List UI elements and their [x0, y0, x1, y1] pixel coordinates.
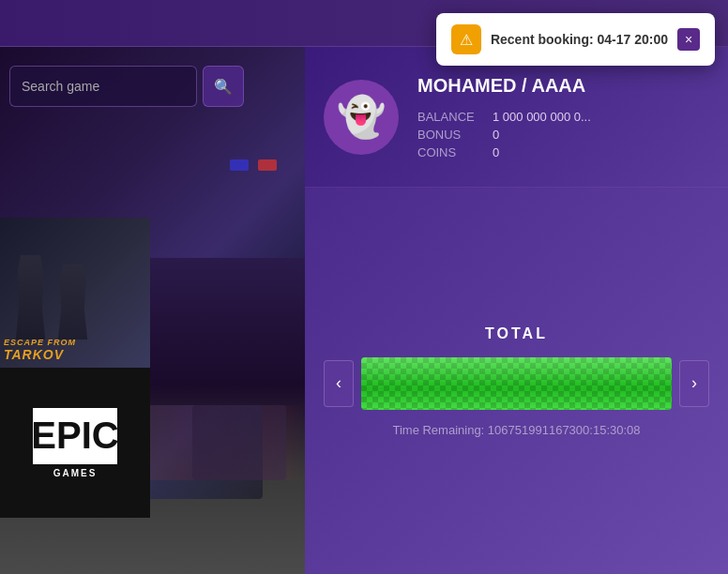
stat-row-bonus: BONUS 0 [417, 128, 709, 142]
chevron-right-icon: › [691, 373, 697, 393]
total-bar [361, 357, 672, 410]
left-panel: 🔍 ESCAPE FROM TARKOV EPIC [0, 47, 305, 574]
chevron-left-icon: ‹ [336, 373, 341, 393]
game-thumbnails: ESCAPE FROM TARKOV EPIC GAMES [0, 218, 150, 518]
tarkov-thumbnail[interactable]: ESCAPE FROM TARKOV [0, 218, 150, 368]
avatar-icon: 👻 [337, 94, 386, 140]
notification-close-button[interactable]: × [677, 28, 700, 51]
right-panel: 👻 MOHAMED / AAAA BALANCE 1 000 000 000 0… [305, 47, 728, 574]
search-button[interactable]: 🔍 [203, 66, 244, 107]
bonus-label: BONUS [417, 128, 493, 142]
warning-icon: ⚠ [451, 24, 481, 54]
avatar: 👻 [324, 80, 399, 155]
bonus-value: 0 [493, 128, 499, 142]
epic-logo-block: EPIC [33, 408, 117, 464]
search-input[interactable] [9, 66, 197, 107]
coins-value: 0 [493, 145, 499, 159]
search-icon: 🔍 [214, 78, 233, 96]
coins-label: COINS [417, 145, 493, 159]
carousel-prev-button[interactable]: ‹ [324, 360, 354, 407]
tarkov-logo: ESCAPE FROM TARKOV [4, 339, 76, 362]
time-remaining-label: Time Remaining: [392, 423, 484, 437]
profile-stats: BALANCE 1 000 000 000 0... BONUS 0 COINS… [417, 110, 709, 159]
notification-toast: ⚠ Recent booking: 04-17 20:00 × [436, 13, 715, 66]
stat-row-coins: COINS 0 [417, 145, 709, 159]
balance-label: BALANCE [417, 110, 493, 124]
epic-logo: EPIC GAMES [28, 396, 122, 490]
soldier-silhouette-1 [14, 255, 47, 340]
carousel-next-button[interactable]: › [679, 360, 709, 407]
stat-row-balance: BALANCE 1 000 000 000 0... [417, 110, 709, 124]
carousel-container: ‹ › [324, 357, 709, 410]
search-area: 🔍 [9, 66, 244, 107]
time-remaining-value: 106751991167300:15:30:08 [488, 423, 641, 437]
epic-thumbnail[interactable]: EPIC GAMES [0, 368, 150, 518]
main-area: 🔍 ESCAPE FROM TARKOV EPIC [0, 47, 728, 574]
time-remaining: Time Remaining: 106751991167300:15:30:08 [392, 423, 640, 437]
total-label: TOTAL [485, 325, 548, 342]
epic-subtext: GAMES [53, 468, 98, 478]
profile-card: 👻 MOHAMED / AAAA BALANCE 1 000 000 000 0… [305, 47, 728, 188]
balance-value: 1 000 000 000 0... [493, 110, 591, 124]
soldier-silhouette-2 [56, 264, 89, 340]
total-section: TOTAL ‹ › Time Remaining: 10675199116730… [305, 188, 728, 574]
profile-info: MOHAMED / AAAA BALANCE 1 000 000 000 0..… [417, 75, 709, 159]
notification-text: Recent booking: 04-17 20:00 [491, 32, 668, 47]
epic-letter: EPIC [31, 415, 118, 457]
profile-name: MOHAMED / AAAA [417, 75, 709, 97]
